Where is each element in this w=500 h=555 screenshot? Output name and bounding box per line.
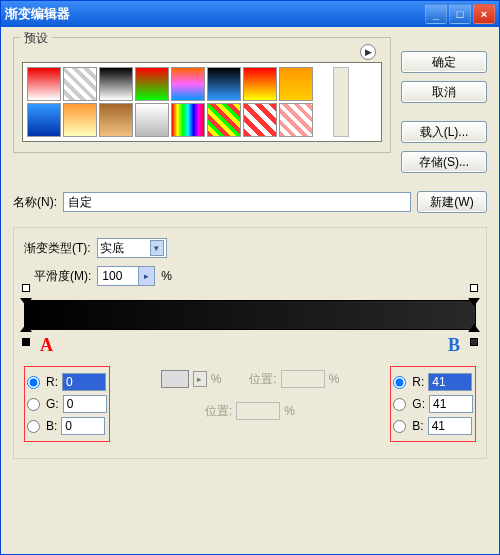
presets-box (22, 62, 382, 142)
gradient-editor-window: 渐变编辑器 _ □ × 预设 ▶ 确定 取消 载入(L)... 存储(S)... (0, 0, 500, 555)
rgb-group-a: R:0 G:0 B:0 (24, 366, 110, 442)
gradient-bar[interactable] (24, 300, 476, 330)
radio-b-a[interactable] (27, 420, 40, 433)
input-r-a[interactable]: 0 (62, 373, 106, 391)
name-row: 名称(N): 新建(W) (13, 191, 487, 213)
middle-controls: ▸ % 位置: % 位置: % (161, 366, 340, 424)
radio-r-b[interactable] (393, 376, 406, 389)
titlebar[interactable]: 渐变编辑器 _ □ × (1, 1, 499, 27)
preset-swatch[interactable] (171, 103, 205, 137)
cancel-button[interactable]: 取消 (401, 81, 487, 103)
label-r: R: (412, 375, 424, 389)
radio-b-b[interactable] (393, 420, 406, 433)
presets-scrollbar[interactable] (333, 67, 349, 137)
gradient-type-select[interactable]: 实底 ▾ (97, 238, 167, 258)
input-r-b[interactable]: 41 (428, 373, 472, 391)
name-input[interactable] (63, 192, 411, 212)
label-b: B: (412, 419, 423, 433)
annotation-b: B (448, 335, 460, 356)
preset-swatch[interactable] (135, 103, 169, 137)
gradient-bar-editor: A B (24, 300, 476, 330)
preset-swatch[interactable] (27, 67, 61, 101)
preset-swatch[interactable] (279, 67, 313, 101)
color-stop-left[interactable] (20, 324, 32, 346)
preset-swatch[interactable] (135, 67, 169, 101)
gradient-section: 渐变类型(T): 实底 ▾ 平滑度(M): ▸ % (13, 227, 487, 459)
new-button[interactable]: 新建(W) (417, 191, 487, 213)
preset-swatch[interactable] (207, 67, 241, 101)
ok-button[interactable]: 确定 (401, 51, 487, 73)
position-input[interactable] (281, 370, 325, 388)
position-label: 位置: (249, 371, 276, 388)
maximize-button[interactable]: □ (449, 4, 471, 24)
preset-swatch[interactable] (99, 103, 133, 137)
label-g: G: (412, 397, 425, 411)
opacity-stop-right[interactable] (468, 284, 480, 306)
preset-swatch[interactable] (243, 103, 277, 137)
radio-g-b[interactable] (393, 398, 406, 411)
color-stop-right[interactable] (468, 324, 480, 346)
close-button[interactable]: × (473, 4, 495, 24)
smoothness-spinner[interactable]: ▸ (97, 266, 155, 286)
percent-sign: % (329, 372, 340, 386)
smoothness-label: 平滑度(M): (34, 268, 91, 285)
minimize-button[interactable]: _ (425, 4, 447, 24)
window-title: 渐变编辑器 (5, 5, 423, 23)
preset-swatch[interactable] (279, 103, 313, 137)
load-button[interactable]: 载入(L)... (401, 121, 487, 143)
name-label: 名称(N): (13, 194, 57, 211)
radio-r-a[interactable] (27, 376, 40, 389)
smoothness-input[interactable] (98, 267, 138, 285)
preset-swatch[interactable] (207, 103, 241, 137)
rgb-group-b: R:41 G:41 B:41 (390, 366, 476, 442)
side-buttons: 确定 取消 载入(L)... 存储(S)... (401, 51, 487, 173)
window-body: 预设 ▶ 确定 取消 载入(L)... 存储(S)... 名称(N): 新建(W… (1, 27, 499, 469)
percent-sign: % (284, 404, 295, 418)
preset-swatch[interactable] (99, 67, 133, 101)
annotation-a: A (40, 335, 53, 356)
chevron-down-icon: ▾ (150, 240, 164, 256)
preset-swatch[interactable] (27, 103, 61, 137)
radio-g-a[interactable] (27, 398, 40, 411)
preset-swatch[interactable] (243, 67, 277, 101)
position-input-2[interactable] (236, 402, 280, 420)
preset-swatch[interactable] (63, 103, 97, 137)
percent-sign: % (161, 269, 172, 283)
gradient-type-value: 实底 (100, 240, 124, 257)
input-g-b[interactable]: 41 (429, 395, 473, 413)
chevron-right-icon: ▸ (138, 267, 154, 285)
color-swatch-button[interactable] (161, 370, 189, 388)
label-r: R: (46, 375, 58, 389)
input-b-a[interactable]: 0 (61, 417, 105, 435)
presets-menu-button[interactable]: ▶ (360, 44, 376, 60)
presets-fieldset: 预设 ▶ (13, 37, 391, 153)
presets-legend: 预设 (20, 30, 52, 47)
opacity-stop-left[interactable] (20, 284, 32, 306)
input-b-b[interactable]: 41 (428, 417, 472, 435)
swatch-grid (27, 67, 327, 137)
position-label: 位置: (205, 403, 232, 420)
input-g-a[interactable]: 0 (63, 395, 107, 413)
percent-sign: % (211, 372, 222, 386)
label-g: G: (46, 397, 59, 411)
preset-swatch[interactable] (171, 67, 205, 101)
label-b: B: (46, 419, 57, 433)
gradient-type-label: 渐变类型(T): (24, 240, 91, 257)
preset-swatch[interactable] (63, 67, 97, 101)
save-button[interactable]: 存储(S)... (401, 151, 487, 173)
chevron-right-icon: ▸ (193, 371, 207, 387)
